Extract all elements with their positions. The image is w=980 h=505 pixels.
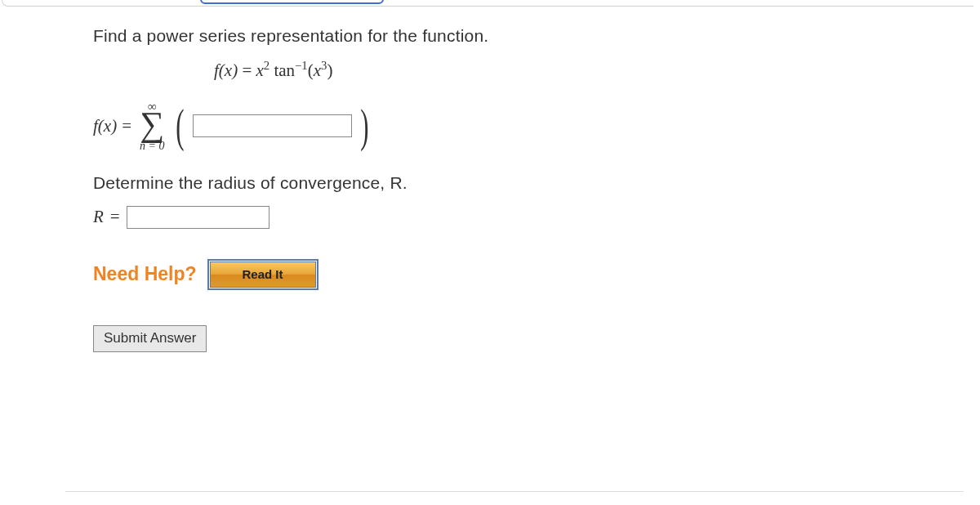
series-expression: f(x) = ∞ ∑ n = 0 ( ) xyxy=(93,101,931,152)
series-term-input[interactable] xyxy=(193,114,352,137)
fx-lhs: f(x) xyxy=(214,60,238,80)
read-it-button[interactable]: Read It xyxy=(210,261,316,288)
section-top-border xyxy=(2,0,973,7)
equals: = xyxy=(242,60,252,80)
question-content: Find a power series representation for t… xyxy=(93,26,931,352)
radius-expression: R = xyxy=(93,206,931,229)
function-definition: f(x) = x2 tan−1(x3) xyxy=(214,60,931,81)
question-container: Find a power series representation for t… xyxy=(0,0,980,505)
x-cubed-base: x xyxy=(314,60,321,80)
close-paren: ) xyxy=(327,60,332,80)
tan-inverse-exp: −1 xyxy=(295,59,308,72)
series-lhs: f(x) xyxy=(93,116,117,136)
sigma-notation: ∞ ∑ n = 0 xyxy=(140,101,164,152)
sigma-icon: ∑ xyxy=(140,110,164,140)
question-prompt: Find a power series representation for t… xyxy=(93,26,931,46)
series-equals: = xyxy=(122,116,131,136)
help-row: Need Help? Read It xyxy=(93,261,931,288)
radius-lhs: R xyxy=(93,207,104,227)
x-squared-base: x xyxy=(256,60,264,80)
big-paren-close: ) xyxy=(360,113,368,141)
radius-input[interactable] xyxy=(127,206,270,229)
tan-text: tan xyxy=(274,60,295,80)
section-bottom-border xyxy=(65,491,964,492)
radius-equals: = xyxy=(110,207,120,227)
big-paren-open: ( xyxy=(176,113,185,141)
need-help-label: Need Help? xyxy=(93,263,197,285)
x-squared-exp: 2 xyxy=(264,59,270,72)
sigma-lower-bound: n = 0 xyxy=(140,141,164,152)
submit-answer-button[interactable]: Submit Answer xyxy=(93,325,207,352)
open-paren: ( xyxy=(308,60,314,80)
radius-prompt: Determine the radius of convergence, R. xyxy=(93,173,931,193)
